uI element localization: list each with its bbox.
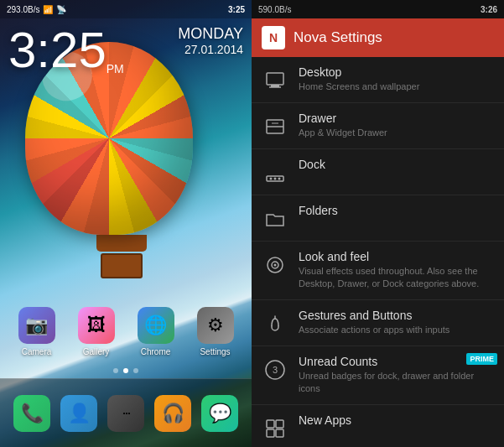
settings-item-look[interactable]: Look and feel Visual effects used throug… [252,242,504,300]
gestures-title: Gestures and Buttons [299,309,494,322]
dock-icon [262,159,288,186]
dock-messages-icon: 💬 [201,395,238,432]
page-dots [0,368,252,373]
drawer-text: Drawer App & Widget Drawer [299,112,494,139]
look-icon [262,252,288,278]
settings-item-dock[interactable]: Dock [252,149,504,195]
desktop-subtitle: Home Screens and wallpaper [299,81,494,93]
svg-rect-15 [267,420,274,428]
right-clock: 3:26 [481,5,497,14]
gallery-label: Gallery [83,347,110,356]
newapps-text: New Apps [299,413,494,429]
gestures-subtitle: Associate actions or apps with inputs [299,324,494,336]
status-left: 293.0B/s 📶 📡 [7,5,66,14]
desktop-icon [262,67,288,94]
dock-phone-icon: 📞 [13,395,50,432]
newapps-title: New Apps [299,413,494,427]
app-gallery[interactable]: 🖼 Gallery [78,307,115,356]
desktop-title: Desktop [299,65,494,79]
settings-icon-img: ⚙ [197,307,234,344]
settings-item-folders[interactable]: Folders [252,195,504,242]
drawer-subtitle: App & Widget Drawer [299,127,494,139]
status-bar-left: 293.0B/s 📶 📡 3:25 [0,0,252,18]
wifi-icon: 📶 [43,5,53,14]
clock-widget: 3:25 PM MONDAY 27.01.2014 [8,25,243,75]
dock-contacts[interactable]: 👤 [60,395,97,432]
dot-2 [123,368,128,373]
dot-3 [133,368,138,373]
chrome-label: Chrome [141,347,171,356]
settings-list: Desktop Home Screens and wallpaper Drawe… [252,57,504,447]
dock-text: Dock [299,158,494,173]
desktop-text: Desktop Home Screens and wallpaper [299,65,494,93]
svg-point-12 [274,264,277,267]
settings-item-unread[interactable]: 3 Unread Counts Unread badges for dock, … [252,346,504,405]
dock-apps-icon: ··· [107,395,144,432]
chrome-icon-img: 🌐 [138,307,174,344]
svg-point-8 [274,178,277,180]
svg-rect-16 [276,420,283,428]
unread-text: Unread Counts Unread badges for dock, dr… [299,355,494,396]
newapps-icon [262,415,288,442]
svg-point-9 [278,178,281,180]
drawer-title: Drawer [299,112,494,125]
clock-date-block: MONDAY 27.01.2014 [178,25,243,56]
left-panel: 293.0B/s 📶 📡 3:25 3:25 PM MONDAY 27.01.2… [0,0,252,447]
app-camera[interactable]: 📷 Camera [18,307,55,356]
svg-rect-0 [267,73,283,85]
folders-icon [262,205,288,232]
drawer-icon [262,113,288,140]
clock-status: 3:25 [228,5,245,14]
clock-date-num: 27.01.2014 [178,43,243,56]
prime-badge: PRIME [466,353,497,365]
look-subtitle: Visual effects used throughout. Also see… [299,265,494,291]
svg-point-7 [270,178,273,180]
svg-rect-17 [267,429,274,437]
camera-icon-img: 📷 [18,307,55,344]
nova-settings-title: Nova Settings [294,29,382,46]
unread-subtitle: Unread badges for dock, drawer and folde… [299,370,494,396]
dock-phone[interactable]: 📞 [13,395,50,432]
settings-item-newapps[interactable]: New Apps [252,405,504,447]
dock-messages[interactable]: 💬 [201,395,238,432]
dock-music[interactable]: 🎧 [154,395,191,432]
clock-meridiem: PM [107,62,124,75]
app-chrome[interactable]: 🌐 Chrome [138,307,174,356]
data-speed: 293.0B/s [7,5,39,14]
balloon-neck [96,235,147,252]
status-right: 3:25 [228,5,245,14]
svg-rect-18 [276,429,283,437]
unread-title: Unread Counts [299,355,494,368]
gestures-text: Gestures and Buttons Associate actions o… [299,309,494,336]
camera-label: Camera [22,347,52,356]
nova-logo-icon: N [262,26,285,49]
right-data-speed: 590.0B/s [258,5,291,14]
dock-contacts-icon: 👤 [60,395,97,432]
dock-title: Dock [299,158,494,171]
clock-time-container: 3:25 PM [8,25,124,75]
balloon-basket [101,253,143,278]
settings-item-drawer[interactable]: Drawer App & Widget Drawer [252,103,504,149]
app-settings[interactable]: ⚙ Settings [197,307,234,356]
folders-title: Folders [299,204,494,217]
right-status-bar: 590.0B/s 3:26 [252,0,504,18]
gestures-icon [262,310,288,337]
gallery-icon-img: 🖼 [78,307,115,344]
unread-icon: 3 [262,356,288,383]
settings-item-gestures[interactable]: Gestures and Buttons Associate actions o… [252,300,504,346]
dock-music-icon: 🎧 [154,395,191,432]
dot-1 [113,368,118,373]
settings-label: Settings [200,347,230,356]
right-panel: 590.0B/s 3:26 N Nova Settings Desktop Ho… [252,0,504,447]
look-title: Look and feel [299,250,494,263]
main-app-row: 📷 Camera 🖼 Gallery 🌐 Chrome ⚙ Settings [0,307,252,356]
look-text: Look and feel Visual effects used throug… [299,250,494,291]
signal-icon: 📡 [56,5,66,14]
dock-apps[interactable]: ··· [107,395,144,432]
nova-header: N Nova Settings [252,18,504,57]
folders-text: Folders [299,204,494,219]
dock-bar: 📞 👤 ··· 🎧 💬 [0,378,252,447]
settings-item-desktop[interactable]: Desktop Home Screens and wallpaper [252,57,504,103]
svg-text:3: 3 [273,365,278,375]
clock-time: 3:25 [8,25,107,75]
